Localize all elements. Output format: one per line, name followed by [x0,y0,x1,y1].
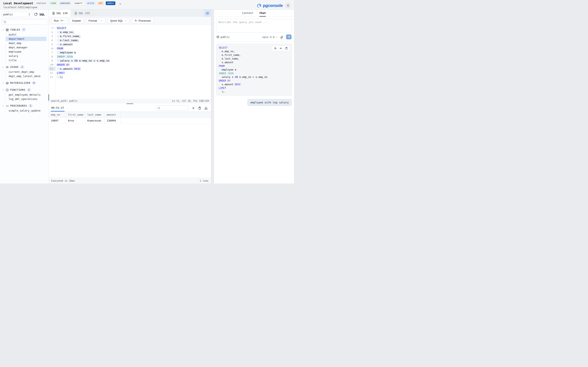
line-number[interactable]: 11▾ [49,67,55,71]
add-row-icon[interactable] [192,106,195,110]
sidebar-item-title[interactable]: title [6,58,47,62]
tab-sql-134[interactable]: SQL 134 [49,9,71,17]
fold-marker-icon[interactable]: ▾ [53,27,55,29]
line-number[interactable]: 6▾ [49,46,55,50]
table-cell[interactable]: Arno [66,118,85,124]
editor-line-10[interactable]: ORDER BY [56,63,211,67]
table-row[interactable]: 10897ArnoKumaresan136004 [49,118,211,124]
run-suggestion-play-icon[interactable] [274,47,277,50]
format-button[interactable]: Format [86,18,105,24]
sidebar-section-materialized: MATERIALIZED0 [0,81,49,85]
editor-code-area[interactable]: SELECT e.emp_no, e.first_name, e.last_na… [56,25,211,99]
sidebar-item-department[interactable]: department [6,37,47,41]
editor-line-5[interactable]: s.amount [56,42,211,46]
editor-line-12[interactable]: LIMIT [56,71,211,75]
line-number[interactable]: 8▾ [49,54,55,58]
results-timer-tab[interactable]: 00:51:27 [51,104,65,111]
editor-line-8[interactable]: INNER JOIN [56,54,211,58]
editor-line-3[interactable]: e.first_name, [56,34,211,38]
column-header-first_name[interactable]: first_name [66,112,85,117]
sidebar-item-simple_salary_update[interactable]: simple_salary_update [6,108,47,113]
line-number[interactable]: 13▾ [49,75,55,79]
sidebar-item-employee[interactable]: employee [6,50,47,54]
clear-chat-eraser-icon[interactable] [280,35,284,39]
sidebar-item-audit[interactable]: audit [6,33,47,37]
sql-editor[interactable]: 1▾2▾3▾4▾5▾6▾7▾8▾9▾10▾11▾12▾13▾ SELECT e.… [49,25,211,99]
line-number-text: 5 [51,43,53,46]
sql-token: FROM [57,47,63,50]
section-header-views[interactable]: VIEWS2 [0,65,49,69]
editor-toolbar: Run ⌘↵ Explain Format Quick SQL Pr [49,17,211,25]
column-header-amount[interactable]: amount [104,112,121,117]
sidebar-item-dept_emp[interactable]: dept_emp [6,41,47,45]
sql-mode-label[interactable]: SQL [39,13,45,16]
editor-line-2[interactable]: e.emp_no, [56,30,211,34]
line-number[interactable]: 12▾ [49,71,55,75]
pulse-icon [134,19,137,22]
download-results-icon[interactable] [204,106,208,110]
sidebar-item-dept_emp_latest_date[interactable]: dept_emp_latest_date [6,74,47,78]
editor-line-4[interactable]: e.last_name, [56,38,211,42]
fold-marker-icon[interactable]: ▾ [53,64,55,66]
editor-line-1[interactable]: SELECT [56,26,211,30]
copy-suggestion-icon[interactable] [285,47,288,50]
sidebar-resize-handle[interactable] [48,94,49,101]
schema-select[interactable]: public [2,12,32,17]
tab-context[interactable]: Context [242,9,253,17]
sidebar-item-dept_manager[interactable]: dept_manager [6,45,47,50]
table-cell[interactable]: 136004 [104,118,121,124]
chat-code-line: FROM [219,64,289,68]
line-number[interactable]: 2▾ [49,30,55,34]
sidebar-search[interactable] [2,19,47,25]
results-filter[interactable] [156,105,189,111]
line-number[interactable]: 4▾ [49,38,55,42]
editor-line-7[interactable]: employee e [56,50,211,54]
results-splitter[interactable] [49,103,211,104]
line-number[interactable]: 10▾ [49,63,55,67]
results-filter-input[interactable] [161,106,187,109]
sidebar-item-get_employee_details[interactable]: get_employee_details [6,92,47,97]
processes-button[interactable]: Processes [132,18,154,24]
sidebar-item-current_dept_emp[interactable]: current_dept_emp [6,70,47,74]
insert-into-editor-icon[interactable] [279,47,282,50]
avatar[interactable]: A [285,3,291,8]
quick-sql-button[interactable]: Quick SQL [108,18,130,24]
line-number[interactable]: 3▾ [49,34,55,38]
section-header-tables[interactable]: TABLES7 [0,27,49,32]
tab-sql-133[interactable]: SQL 133 [71,9,93,17]
splitter-handle[interactable] [126,103,133,104]
fold-marker-icon[interactable]: ▾ [53,48,55,49]
section-header-functions[interactable]: FUNCTIONS2 [0,88,49,92]
table-cell[interactable]: Kumaresan [85,118,104,124]
sidebar-search-input[interactable] [8,20,45,24]
model-select[interactable]: opus-4.6 [262,35,278,39]
section-header-procedures[interactable]: PROCEDURES1 [0,104,49,108]
assistant-panel: Context Chat public opus-4.6 [214,9,294,184]
connection-chevron-down-icon[interactable] [119,3,122,5]
format-chevron-down-icon[interactable] [100,20,103,22]
sidebar-item-log_dml_operations[interactable]: log_dml_operations [6,97,47,101]
line-number[interactable]: 1▾ [49,26,55,30]
line-number[interactable]: 5▾ [49,42,55,46]
copy-results-icon[interactable] [198,106,201,110]
line-number[interactable]: 7▾ [49,50,55,54]
editor-line-11[interactable]: s.amount DESC [56,67,211,71]
send-button[interactable] [286,34,292,39]
split-view-button[interactable] [204,9,211,17]
function-icon [6,89,9,92]
editor-line-9[interactable]: salary s ON e.emp_no = s.emp_no [56,58,211,63]
explain-button[interactable]: Explain [70,18,84,24]
column-header-emp_no[interactable]: emp_no [49,112,66,117]
run-button[interactable]: Run ⌘↵ [51,18,67,24]
line-number-text: 13 [50,75,53,78]
line-number[interactable]: 9▾ [49,58,55,63]
editor-line-6[interactable]: FROM [56,46,211,50]
column-header-last_name[interactable]: last_name [85,112,104,117]
tab-chat[interactable]: Chat [259,9,266,17]
refresh-icon[interactable] [34,13,38,16]
editor-line-13[interactable]: 1; [56,75,211,79]
table-cell[interactable]: 10897 [49,118,66,124]
section-header-materialized[interactable]: MATERIALIZED0 [0,81,49,85]
sidebar-item-salary[interactable]: salary [6,54,47,58]
chat-prompt-input[interactable] [216,19,292,33]
